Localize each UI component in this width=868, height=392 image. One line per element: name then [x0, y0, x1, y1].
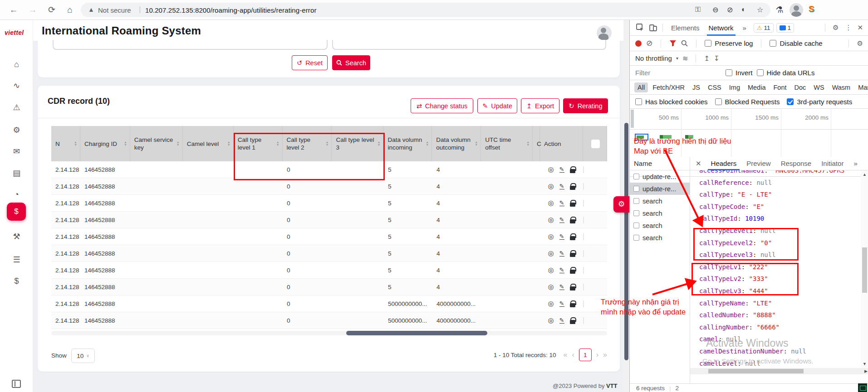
detail-vscrollbar-thumb[interactable]: [862, 247, 867, 293]
view-icon[interactable]: ◎: [548, 182, 554, 190]
filter-chip-doc[interactable]: Doc: [791, 82, 809, 92]
lock-icon[interactable]: [570, 320, 575, 324]
view-icon[interactable]: ◎: [548, 316, 554, 324]
filter-funnel-icon[interactable]: [669, 40, 677, 47]
invert-checkbox[interactable]: Invert: [726, 69, 753, 77]
kebab-menu-icon[interactable]: ⋮: [842, 24, 854, 32]
alert-icon[interactable]: ⚠: [0, 102, 33, 112]
document-icon[interactable]: ▤: [0, 168, 33, 178]
detail-tab-initiator[interactable]: Initiator: [816, 157, 848, 170]
list-icon[interactable]: ☰: [0, 255, 33, 265]
edit-icon[interactable]: ✎: [559, 166, 564, 173]
filter-chip-media[interactable]: Media: [745, 82, 769, 92]
extension-flask-icon[interactable]: ⚗: [773, 4, 786, 16]
view-icon[interactable]: ◎: [548, 300, 554, 308]
gear-icon[interactable]: ⚙: [0, 125, 33, 135]
preserve-log-checkbox[interactable]: Preserve log: [705, 39, 753, 47]
edit-icon[interactable]: ✎: [559, 317, 564, 324]
filter-chip-img[interactable]: Img: [726, 82, 743, 92]
home-icon[interactable]: ⌂: [0, 60, 33, 69]
scroll-up-icon[interactable]: ▲: [863, 172, 867, 177]
lock-icon[interactable]: [570, 203, 575, 207]
lock-icon[interactable]: [570, 286, 575, 290]
column-header[interactable]: UTC time offset▲▼: [481, 126, 533, 161]
blocked-requests-checkbox[interactable]: Blocked Requests: [715, 98, 780, 106]
sort-icon[interactable]: ▲▼: [424, 141, 429, 146]
devtools-tab-elements[interactable]: Elements: [667, 20, 704, 36]
detail-hscrollbar[interactable]: ▶: [690, 368, 868, 374]
home-icon[interactable]: ⌂: [64, 4, 76, 16]
has-blocked-cookies-checkbox[interactable]: Has blocked cookies: [635, 98, 708, 106]
lock-icon[interactable]: [570, 236, 575, 240]
device-toolbar-icon[interactable]: [649, 24, 657, 32]
row-checkbox[interactable]: [583, 166, 584, 173]
extension-s-icon[interactable]: S: [809, 4, 814, 14]
column-header[interactable]: Camel level▲▼: [183, 126, 234, 161]
filter-chip-wasm[interactable]: Wasm: [829, 82, 854, 92]
row-checkbox[interactable]: [583, 250, 584, 257]
row-checkbox[interactable]: [583, 267, 584, 274]
more-detail-tabs-icon[interactable]: »: [848, 157, 862, 170]
chart-icon[interactable]: ∿: [0, 81, 33, 91]
lock-icon[interactable]: [570, 253, 575, 257]
row-checkbox[interactable]: [583, 217, 584, 223]
rerating-button[interactable]: ↻Rerating: [563, 98, 608, 113]
zoom-out-icon[interactable]: ⊖: [712, 5, 718, 14]
issues-badge[interactable]: 1: [776, 23, 794, 33]
search-input-right[interactable]: [332, 40, 606, 50]
lock-icon[interactable]: [570, 303, 575, 307]
request-row[interactable]: update-re...: [630, 170, 690, 183]
inspect-cursor-icon[interactable]: [636, 24, 644, 32]
sort-icon[interactable]: ▲▼: [122, 141, 127, 146]
request-row[interactable]: search: [630, 232, 690, 244]
reset-button[interactable]: ↺Reset: [292, 55, 328, 70]
update-button[interactable]: ✎Update: [477, 98, 517, 113]
password-key-icon[interactable]: ⚿: [695, 5, 701, 14]
network-conditions-gear-icon[interactable]: ⚙: [857, 39, 868, 48]
filter-chip-all[interactable]: All: [634, 82, 648, 92]
filter-chip-js[interactable]: JS: [689, 82, 703, 92]
edit-icon[interactable]: ✎: [559, 284, 564, 290]
column-header[interactable]: Data volumn incoming▲▼: [383, 126, 432, 161]
sort-icon[interactable]: ▲▼: [226, 141, 230, 146]
filter-chip-ws[interactable]: WS: [810, 82, 827, 92]
current-page-button[interactable]: 1: [579, 348, 592, 361]
last-page-button[interactable]: »: [603, 351, 607, 359]
console-drawer-icon[interactable]: [858, 383, 867, 392]
edit-icon[interactable]: ✎: [559, 300, 564, 307]
detail-vscrollbar[interactable]: ▲ ▼: [861, 170, 868, 368]
billing-icon-active[interactable]: $: [7, 203, 26, 221]
filter-chip-fetchxhr[interactable]: Fetch/XHR: [649, 82, 688, 92]
detail-tab-preview[interactable]: Preview: [741, 157, 775, 170]
url-text[interactable]: 10.207.252.135:8200/roaming-app/utilitie…: [145, 6, 317, 14]
column-header[interactable]: N▲▼: [51, 126, 80, 161]
reload-icon[interactable]: ⟳: [45, 4, 58, 16]
throttling-select[interactable]: No throttling: [635, 54, 672, 62]
view-icon[interactable]: ◎: [548, 266, 554, 274]
lock-icon[interactable]: [570, 219, 575, 223]
lock-icon[interactable]: [570, 270, 575, 274]
import-har-icon[interactable]: ↥: [704, 54, 710, 63]
sort-icon[interactable]: ▲▼: [473, 141, 478, 146]
export-button[interactable]: ↥Export: [521, 98, 559, 113]
request-checkbox[interactable]: [633, 186, 639, 192]
warnings-badge[interactable]: ⚠11: [754, 23, 774, 33]
address-bar[interactable]: ▲ Not secure | 10.207.252.135:8200/roami…: [81, 3, 770, 17]
detail-tab-response[interactable]: Response: [776, 157, 817, 170]
sidebar-collapse-icon[interactable]: [12, 380, 21, 388]
row-checkbox[interactable]: [583, 300, 584, 307]
3rd-party-requests-checkbox[interactable]: 3rd-party requests: [787, 98, 852, 106]
edit-icon[interactable]: ✎: [559, 183, 564, 189]
filter-chip-css[interactable]: CSS: [705, 82, 725, 92]
lock-icon[interactable]: [570, 186, 575, 190]
filter-input[interactable]: Filter: [635, 69, 721, 77]
filter-chip-manifest[interactable]: Manifest: [855, 82, 868, 92]
search-input-left[interactable]: [53, 40, 328, 50]
row-checkbox[interactable]: [583, 183, 584, 190]
network-icon[interactable]: ⚒: [0, 232, 33, 242]
name-column-header[interactable]: Name: [630, 157, 690, 170]
column-header[interactable]: Camel service key▲▼: [130, 126, 183, 161]
request-checkbox[interactable]: [633, 223, 639, 228]
back-icon[interactable]: ←: [7, 4, 20, 16]
request-checkbox[interactable]: [633, 198, 639, 204]
